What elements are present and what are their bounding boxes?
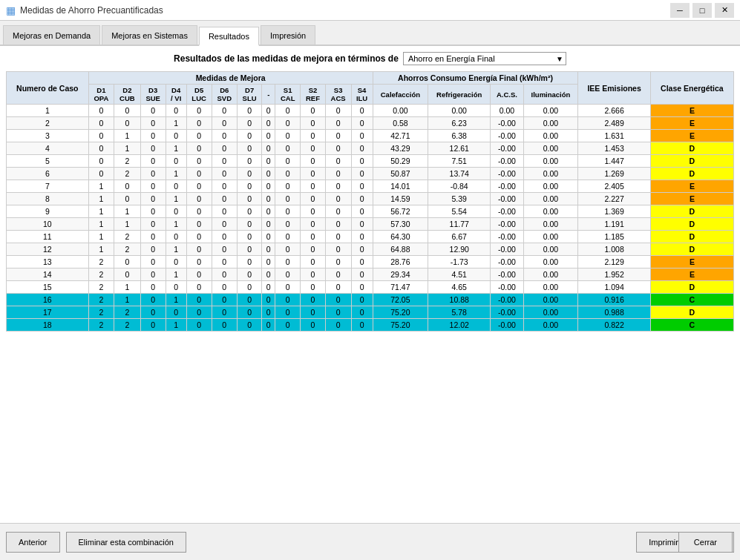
col-d11: 0 — [351, 117, 373, 130]
col-d6: 0 — [237, 269, 262, 281]
col-d8: 0 — [275, 168, 301, 180]
col-d0: 1 — [88, 205, 114, 218]
col-d2: 0 — [140, 218, 166, 231]
col-d7: 0 — [262, 155, 275, 168]
col-d2: 0 — [140, 130, 166, 142]
col-ilu: 0.00 — [523, 256, 578, 269]
col-d0: 1 — [88, 218, 114, 231]
energy-class-badge: E — [650, 193, 733, 205]
col-d5: 0 — [212, 294, 237, 306]
col-d4: 0 — [186, 117, 212, 130]
energy-class-badge: D — [650, 205, 733, 218]
col-d3: 1 — [166, 142, 186, 155]
col-d3: 1 — [166, 319, 186, 332]
col-d11: 0 — [351, 105, 373, 117]
col-cal: 72.05 — [373, 294, 428, 306]
th-calefaccion: Calefacción — [373, 85, 428, 105]
col-d10: 0 — [325, 105, 351, 117]
tab-mejoras-demanda[interactable]: Mejoras en Demanda — [3, 25, 100, 45]
col-d1: 2 — [114, 319, 140, 332]
th-d2: D2CUB — [114, 85, 140, 105]
col-d5: 0 — [212, 256, 237, 269]
col-d5: 0 — [212, 231, 237, 243]
energy-class-badge: D — [650, 243, 733, 256]
table-row: 1621010000000072.0510.88-0.000.000.916C — [7, 294, 734, 306]
tab-mejoras-sistemas[interactable]: Mejoras en Sistemas — [102, 25, 197, 45]
col-d11: 0 — [351, 294, 373, 306]
col-acs: -0.00 — [491, 306, 523, 319]
col-d11: 0 — [351, 281, 373, 294]
header-label: Resultados de las medidas de mejora en t… — [174, 53, 399, 64]
col-acs: -0.00 — [491, 130, 523, 142]
col-d2: 0 — [140, 142, 166, 155]
col-d6: 0 — [237, 306, 262, 319]
col-d11: 0 — [351, 142, 373, 155]
col-d3: 0 — [166, 180, 186, 193]
th-d4: D4/ VI — [166, 85, 186, 105]
tab-resultados[interactable]: Resultados — [199, 27, 259, 46]
tab-impresion[interactable]: Impresión — [261, 25, 315, 45]
col-d4: 0 — [186, 105, 212, 117]
col-d11: 0 — [351, 168, 373, 180]
col-d5: 0 — [212, 105, 237, 117]
energy-class-badge: D — [650, 168, 733, 180]
col-ref: 4.65 — [428, 281, 491, 294]
maximize-button[interactable]: □ — [692, 3, 712, 18]
close-window-button[interactable]: ✕ — [715, 3, 734, 18]
col-d0: 2 — [88, 319, 114, 332]
col-d3: 0 — [166, 256, 186, 269]
eliminar-button[interactable]: Eliminar esta combinación — [66, 532, 186, 553]
th-s4: S4ILU — [351, 85, 373, 105]
col-d8: 0 — [275, 243, 301, 256]
cerrar-button[interactable]: Cerrar — [678, 532, 733, 553]
energy-class-badge: E — [650, 105, 733, 117]
th-medidas-mejora: Medidas de Mejora — [88, 72, 373, 85]
col-d9: 0 — [301, 281, 326, 294]
col-d3: 0 — [166, 105, 186, 117]
col-d10: 0 — [325, 294, 351, 306]
row-number: 18 — [7, 319, 89, 332]
th-numero-caso: Numero de Caso — [7, 72, 89, 105]
col-d5: 0 — [212, 281, 237, 294]
col-d6: 0 — [237, 218, 262, 231]
col-d4: 0 — [186, 130, 212, 142]
main-content: Resultados de las medidas de mejora en t… — [0, 46, 740, 523]
col-iee: 2.129 — [578, 256, 650, 269]
col-d8: 0 — [275, 142, 301, 155]
col-d4: 0 — [186, 269, 212, 281]
tab-bar: Mejoras en Demanda Mejoras en Sistemas R… — [0, 21, 740, 46]
col-d9: 0 — [301, 256, 326, 269]
col-d1: 0 — [114, 256, 140, 269]
col-d0: 1 — [88, 243, 114, 256]
col-d2: 0 — [140, 168, 166, 180]
col-d9: 0 — [301, 130, 326, 142]
col-d1: 2 — [114, 231, 140, 243]
th-d1: D1OPA — [88, 85, 114, 105]
minimize-button[interactable]: ─ — [670, 3, 690, 18]
col-cal: 0.00 — [373, 105, 428, 117]
energy-class-badge: D — [650, 306, 733, 319]
col-d5: 0 — [212, 130, 237, 142]
col-d6: 0 — [237, 130, 262, 142]
col-ilu: 0.00 — [523, 155, 578, 168]
col-d1: 1 — [114, 294, 140, 306]
col-iee: 2.489 — [578, 117, 650, 130]
col-d7: 0 — [262, 294, 275, 306]
anterior-button[interactable]: Anterior — [6, 532, 60, 553]
table-row: 1212010000000064.8812.90-0.000.001.008D — [7, 243, 734, 256]
energy-class-badge: E — [650, 256, 733, 269]
col-ref: 12.90 — [428, 243, 491, 256]
col-d1: 0 — [114, 117, 140, 130]
col-cal: 42.71 — [373, 130, 428, 142]
window-controls: ─ □ ✕ — [670, 3, 734, 18]
col-d8: 0 — [275, 155, 301, 168]
col-d7: 0 — [262, 306, 275, 319]
col-d11: 0 — [351, 306, 373, 319]
col-d4: 0 — [186, 231, 212, 243]
col-d8: 0 — [275, 218, 301, 231]
col-ilu: 0.00 — [523, 306, 578, 319]
table-row: 1011010000000057.3011.77-0.000.001.191D — [7, 218, 734, 231]
col-d11: 0 — [351, 130, 373, 142]
energy-type-dropdown[interactable]: Ahorro en Energía Final Ahorro en Energí… — [403, 52, 566, 65]
col-d8: 0 — [275, 117, 301, 130]
